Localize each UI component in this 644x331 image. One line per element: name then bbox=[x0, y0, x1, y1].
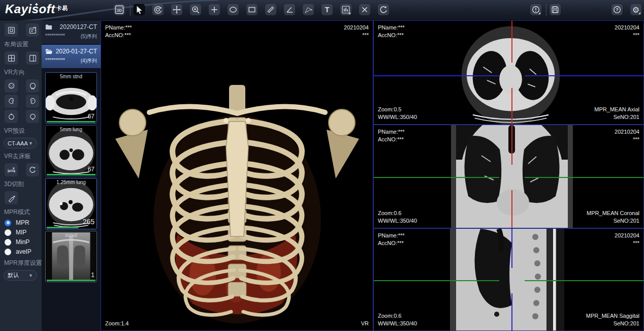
crosshair-horizontal-line[interactable] bbox=[374, 177, 499, 178]
crosshair-horizontal-line[interactable] bbox=[525, 280, 643, 281]
crosshair-horizontal-line[interactable] bbox=[374, 75, 499, 76]
delete-annotation-button[interactable] bbox=[359, 4, 370, 15]
viewport-vr-3d[interactable]: PName:***AccNO:*** 20210204*** Zoom:1.4 … bbox=[101, 20, 373, 331]
top-toolbar: Kayisoft卡易✦ 2D bbox=[0, 0, 644, 20]
scout-radiograph-thumbnail-image bbox=[46, 231, 96, 282]
length-tool-button[interactable] bbox=[265, 4, 276, 15]
mpr-mode-radio-minp[interactable]: MinP bbox=[5, 238, 42, 246]
vr-anterior-view-button[interactable] bbox=[5, 79, 18, 93]
cut3d-button[interactable] bbox=[5, 191, 18, 204]
rectangle-tool-button[interactable] bbox=[246, 4, 257, 15]
chevron-down-icon: ▼ bbox=[28, 273, 33, 278]
info-button[interactable] bbox=[530, 4, 541, 15]
crosshair-vertical-line[interactable] bbox=[511, 293, 512, 330]
left-control-sidebar: 布局设置 VR方向 bbox=[0, 20, 42, 331]
reset-view-button[interactable] bbox=[378, 4, 389, 15]
ellipse-tool-button[interactable] bbox=[228, 4, 239, 15]
axial-date-overlay: 20210204*** bbox=[615, 24, 639, 39]
thumbnail-load-progress bbox=[47, 121, 95, 123]
crosshair-horizontal-line[interactable] bbox=[525, 75, 643, 76]
single-layout-button[interactable] bbox=[5, 23, 18, 37]
crosshair-vertical-line[interactable] bbox=[511, 21, 512, 63]
cursor-tool-button[interactable] bbox=[134, 4, 145, 15]
vr-ribcage-render-image bbox=[101, 21, 373, 331]
series-thumbnail-5mm-lung[interactable]: 5mm lung 67 bbox=[45, 125, 97, 176]
coronal-date-overlay: 20210204*** bbox=[615, 128, 639, 143]
axial-ct-image bbox=[459, 23, 563, 125]
vr-bed-section-label: VR去床板 bbox=[4, 152, 42, 161]
crosshair-horizontal-line[interactable] bbox=[374, 280, 499, 281]
save-button[interactable] bbox=[550, 4, 561, 15]
mpr-thickness-select[interactable]: 默认 ▼ bbox=[4, 270, 37, 281]
text-tool-button[interactable]: T bbox=[321, 4, 333, 15]
viewport-mpr-coronal[interactable]: PName:***AccNO:*** 20210204*** Zoom:0.6W… bbox=[373, 125, 644, 228]
cut3d-section-label: 3D切割 bbox=[4, 180, 42, 189]
help-icon: ? bbox=[613, 5, 622, 14]
study-item-2[interactable]: 2020-01-27-CT ********** (4)序列 bbox=[42, 45, 101, 68]
dropdown-corner-mark bbox=[538, 12, 540, 14]
vr-patient-overlay: PName:***AccNO:*** bbox=[105, 24, 132, 39]
remove-bed-button[interactable] bbox=[5, 163, 18, 176]
crosshair-vertical-line[interactable] bbox=[511, 190, 512, 228]
crosshair-horizontal-line[interactable] bbox=[525, 177, 643, 178]
thumbnail-label: 5mm stnd bbox=[46, 74, 96, 79]
pan-tool-button[interactable] bbox=[171, 4, 182, 15]
split-layout-button[interactable] bbox=[26, 51, 39, 65]
vr-right-profile-icon bbox=[28, 97, 37, 106]
axial-series-overlay: MPR_MEAN AxialSeNO:201 bbox=[594, 106, 639, 121]
mpr-mode-radio-aveip[interactable]: aveIP bbox=[5, 248, 42, 255]
grid-2x2-icon bbox=[7, 54, 16, 63]
help-button[interactable]: ? bbox=[611, 4, 623, 15]
axial-zoom-overlay: Zoom:0.5WW/WL:350/40 bbox=[378, 106, 417, 121]
radio-dot bbox=[5, 239, 11, 246]
pan-icon bbox=[172, 5, 181, 14]
sagittal-patient-overlay: PName:***AccNO:*** bbox=[378, 232, 405, 247]
vr-inferior-view-button[interactable] bbox=[26, 110, 39, 123]
crosshair-vertical-line[interactable] bbox=[511, 88, 512, 124]
mpr-mode-radio-mpr[interactable]: MPR bbox=[5, 219, 42, 226]
vr-preset-select[interactable]: CT-AAA ▼ bbox=[4, 138, 37, 148]
vr-posterior-view-button[interactable] bbox=[26, 79, 39, 93]
histogram-tool-button[interactable] bbox=[340, 4, 351, 15]
preset-layout-icon bbox=[28, 26, 37, 35]
viewport-mpr-axial[interactable]: PName:***AccNO:*** 20210204*** Zoom:0.5W… bbox=[373, 20, 644, 125]
study-item-1[interactable]: 20200127-CT ********** (5)序列 bbox=[42, 20, 101, 44]
settings-button[interactable]: ⚙ bbox=[630, 4, 641, 15]
preset-layout-button[interactable] bbox=[26, 23, 39, 37]
cobb-angle-tool-button[interactable] bbox=[303, 4, 314, 15]
vr-left-profile-icon bbox=[7, 97, 16, 106]
mpr-mode-radio-mip[interactable]: MIP bbox=[5, 229, 42, 236]
thumbnail-list: 5mm stnd 67 5mm lung 67 bbox=[42, 69, 101, 331]
sagittal-ct-image bbox=[450, 229, 564, 330]
text-icon: T bbox=[325, 6, 330, 14]
vr-superior-head-icon bbox=[7, 112, 16, 121]
series-thumbnail-125mm-lung[interactable]: 1.25mm lung 265 bbox=[45, 178, 97, 229]
crosshair-tool-button[interactable] bbox=[209, 4, 220, 15]
radio-dot bbox=[5, 220, 11, 226]
series-thumbnail-scout[interactable]: scout 1 bbox=[45, 231, 97, 282]
series-thumbnail-5mm-stnd[interactable]: 5mm stnd 67 bbox=[45, 72, 97, 124]
viewport-mpr-sagittal[interactable]: PName:***AccNO:*** 20210204*** Zoom:0.6W… bbox=[373, 228, 644, 331]
crosshair-vertical-line[interactable] bbox=[511, 229, 512, 268]
sagittal-series-overlay: MPR_MEAN SaggitalSeNO:201 bbox=[586, 312, 639, 327]
radio-label: aveIP bbox=[16, 248, 31, 255]
vr-right-view-button[interactable] bbox=[26, 95, 39, 108]
2d-mode-button[interactable]: 2D bbox=[114, 4, 125, 15]
study-patient-id: ********** bbox=[45, 33, 65, 40]
reset-icon bbox=[379, 5, 388, 14]
grid-2x2-layout-button[interactable] bbox=[5, 51, 18, 65]
thumbnail-image-count: 1 bbox=[91, 272, 94, 279]
vr-left-view-button[interactable] bbox=[5, 95, 18, 108]
vr-preset-value: CT-AAA bbox=[8, 140, 28, 146]
zoom-tool-button[interactable] bbox=[190, 4, 201, 15]
crosshair-vertical-line[interactable] bbox=[511, 125, 512, 165]
vr-superior-view-button[interactable] bbox=[5, 110, 18, 123]
chevron-down-icon: ▼ bbox=[28, 141, 33, 146]
angle-tool-button[interactable] bbox=[284, 4, 295, 15]
angle-icon bbox=[285, 5, 294, 14]
svg-text:2D: 2D bbox=[117, 8, 122, 13]
dropdown-corner-mark bbox=[348, 12, 350, 14]
restore-bed-button[interactable] bbox=[26, 163, 39, 176]
orbit-tool-button[interactable] bbox=[152, 4, 164, 15]
thumbnail-load-progress bbox=[47, 280, 95, 281]
